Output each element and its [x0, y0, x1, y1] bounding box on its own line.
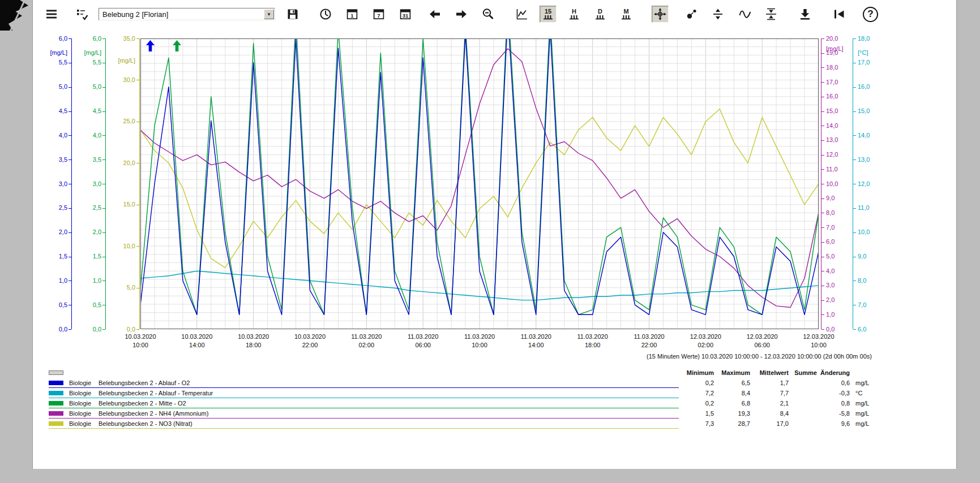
axis-tick-label: 18,0 — [826, 64, 838, 71]
unit-label: mg/L — [850, 400, 872, 407]
series-group-label: Biologie — [69, 420, 97, 427]
axis-tick-label: 1,5 — [93, 253, 101, 260]
svg-text:7: 7 — [377, 12, 380, 19]
legend-row[interactable]: BiologieBelebungsbecken 2 - Mitte - O20,… — [49, 398, 872, 408]
axis-tick-label: 17,0 — [858, 59, 870, 66]
calendar-day-button[interactable]: 1 — [344, 6, 361, 23]
series-name-label: Belebungsbecken 2 - NO3 (Nitrat) — [99, 420, 192, 427]
axis-tick-mark — [102, 329, 105, 330]
calendar-month-button[interactable]: 31 — [397, 6, 414, 23]
help-button[interactable]: ? — [863, 7, 878, 22]
axis-no3: 35,030,025,020,015,010,05,00,0[mg/L] — [113, 38, 140, 329]
calendar-icon: 7 — [372, 7, 386, 21]
axis-tick-label: 20,0 — [826, 35, 838, 42]
unit-label: mg/L — [850, 410, 872, 417]
axis-tick-mark — [136, 163, 139, 163]
axis-tick-mark — [69, 281, 71, 281]
axis-tick-mark — [102, 159, 105, 160]
axis-tick-mark — [69, 257, 71, 257]
axis-tick-mark — [853, 159, 856, 160]
unit-label: mg/L — [850, 380, 872, 386]
axis-tick-label: 6,0 — [59, 35, 67, 42]
legend-row[interactable]: BiologieBelebungsbecken 2 - Ablauf - O20… — [49, 378, 872, 388]
x-axis-label: 10.03.202022:00 — [294, 333, 326, 350]
scale-fit-button[interactable] — [709, 6, 726, 23]
interval-hour-button[interactable]: H — [566, 6, 583, 23]
axis-tick-mark — [69, 232, 71, 233]
axis-tick-label: 4,0 — [826, 268, 835, 275]
axis-tick-mark — [853, 232, 856, 233]
axis-tick-label: 30,0 — [123, 76, 135, 84]
axis-tick-label: 6,0 — [858, 326, 866, 333]
interval-month-button[interactable]: M — [618, 6, 635, 23]
pan-right-button[interactable] — [453, 6, 470, 23]
minimum-value: 0,2 — [679, 400, 714, 407]
pan-left-button[interactable] — [426, 6, 443, 23]
axis-tick-mark — [821, 227, 824, 228]
chart-zone: (15 Minuten Werte) 10.03.2020 10:00:00 -… — [33, 28, 956, 363]
legend-row[interactable]: BiologieBelebungsbecken 2 - Ablauf - Tem… — [49, 388, 872, 398]
axis-tick-mark — [136, 122, 139, 122]
axis-tick-label: 9,0 — [858, 253, 866, 260]
zoom-out-icon — [481, 7, 495, 21]
axis-tick-label: 13,0 — [858, 156, 870, 163]
axis-unit-label: [mg/L] — [118, 57, 135, 64]
series-color-swatch — [49, 421, 63, 426]
align-scales-button[interactable] — [763, 6, 780, 23]
mittelwert-value: 8,4 — [750, 410, 789, 417]
minimum-value: 7,2 — [679, 390, 714, 396]
axis-tick-label: 7,0 — [858, 301, 866, 309]
axis-tick-mark — [102, 87, 105, 88]
collapse-panel-button[interactable] — [831, 6, 848, 23]
menu-button[interactable] — [43, 6, 60, 23]
maximum-value: 6,5 — [714, 380, 750, 386]
time-range-button[interactable] — [317, 6, 334, 23]
axis-tick-mark — [136, 246, 139, 247]
legend-header: Änderung — [817, 369, 850, 376]
axis-o2-ablauf: 6,05,55,04,54,03,53,02,52,01,51,00,50,0[… — [45, 38, 72, 329]
export-icon — [798, 7, 812, 21]
axis-tick-label: 14,0 — [858, 132, 870, 139]
plot-area[interactable] — [140, 38, 819, 329]
axis-unit-label: [mg/L] — [826, 45, 844, 53]
axis-tick-mark — [821, 126, 824, 126]
legend-handle[interactable] — [49, 370, 63, 375]
axis-tick-label: 13,0 — [826, 136, 838, 144]
axis-tick-mark — [821, 140, 824, 141]
maximum-value: 6,8 — [714, 400, 750, 407]
axis-tick-label: 1,0 — [826, 311, 835, 318]
axis-tick-mark — [136, 329, 139, 330]
dataset-dropdown[interactable]: Belebung 2 [Florian]▼ — [99, 8, 275, 20]
x-axis-label: 11.03.202018:00 — [577, 333, 608, 350]
axis-tick-mark — [821, 314, 824, 315]
save-button[interactable] — [284, 6, 301, 23]
o2-mitte-overrange-arrow-icon — [173, 40, 181, 51]
svg-text:D: D — [598, 8, 602, 15]
axis-tick-label: 16,0 — [826, 93, 838, 100]
axis-tick-label: 5,0 — [826, 253, 835, 260]
smooth-curve-button[interactable] — [737, 6, 754, 23]
crosshair-button[interactable] — [652, 6, 669, 23]
calendar-icon: 1 — [345, 7, 359, 21]
interval-day-button[interactable]: D — [592, 6, 609, 23]
legend-row[interactable]: BiologieBelebungsbecken 2 - NH4 (Ammoniu… — [49, 408, 872, 419]
legend-header: Mittelwert — [750, 369, 789, 376]
zoom-out-button[interactable] — [480, 6, 497, 23]
trend-view-button[interactable] — [513, 6, 530, 23]
axis-tick-label: 16,0 — [858, 83, 870, 90]
x-axis-label: 11.03.202006:00 — [408, 333, 438, 350]
axis-tick-mark — [853, 305, 856, 305]
axis-tick-label: 8,0 — [826, 209, 835, 217]
channel-settings-button[interactable] — [74, 6, 91, 23]
calendar-week-button[interactable]: 7 — [370, 6, 387, 23]
desktop-background: Belebung 2 [Florian]▼173115HDM? (15 Minu… — [0, 0, 980, 483]
value-marker-button[interactable] — [683, 6, 700, 23]
dropdown-arrow-icon[interactable]: ▼ — [264, 9, 274, 19]
axis-tick-mark — [69, 305, 71, 305]
export-button[interactable] — [797, 6, 814, 23]
legend-row[interactable]: BiologieBelebungsbecken 2 - NO3 (Nitrat)… — [49, 419, 872, 429]
svg-text:15: 15 — [545, 8, 551, 15]
axis-tick-label: 4,5 — [59, 107, 67, 115]
interval-15min-button[interactable]: 15 — [540, 6, 557, 23]
series-color-swatch — [49, 401, 63, 406]
